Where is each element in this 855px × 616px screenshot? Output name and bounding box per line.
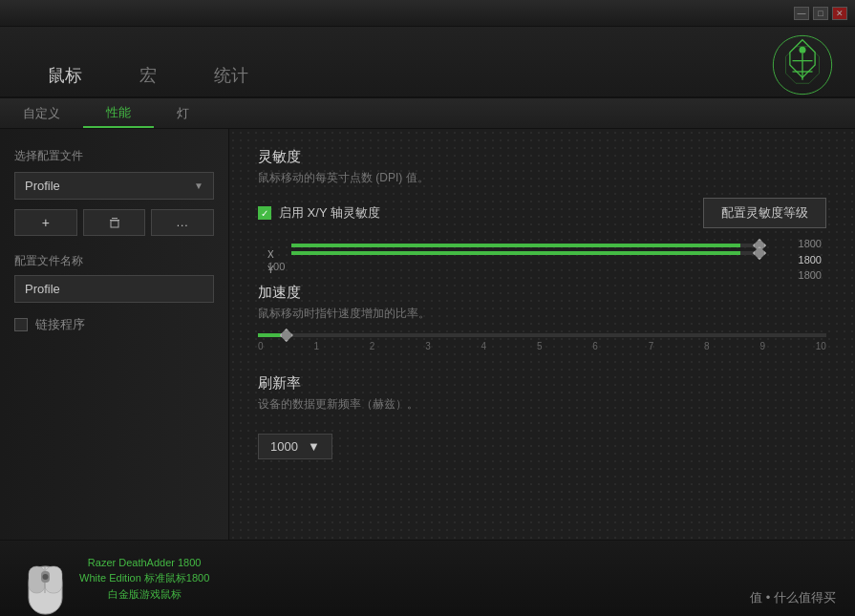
nav-tabs: 鼠标 宏 统计 <box>19 56 277 96</box>
profile-dropdown[interactable]: Profile ▼ <box>14 172 214 200</box>
maximize-button[interactable]: □ <box>813 7 828 20</box>
minimize-button[interactable]: — <box>794 7 809 20</box>
profile-name-label: 配置文件名称 <box>14 253 214 269</box>
y-sensitivity-track[interactable] <box>291 251 764 255</box>
checkbox-icon <box>14 318 28 331</box>
nav-tab-macro[interactable]: 宏 <box>111 56 185 96</box>
razer-logo <box>769 32 836 94</box>
link-program-label: 链接程序 <box>35 316 85 333</box>
tick-7: 7 <box>649 341 654 351</box>
mouse-info: Razer DeathAdder 1800 White Edition 标准鼠标… <box>79 555 209 603</box>
dpi-end-mid: 1800 <box>799 252 822 268</box>
dpi-start-value: 100 <box>267 261 285 272</box>
delete-profile-button[interactable] <box>83 209 146 236</box>
sub-tab-customize[interactable]: 自定义 <box>0 98 83 128</box>
profile-section-label: 选择配置文件 <box>14 148 214 164</box>
acceleration-title: 加速度 <box>258 284 826 302</box>
bottom-bar: Razer DeathAdder 1800 White Edition 标准鼠标… <box>0 540 855 616</box>
chevron-down-icon: ▼ <box>194 181 203 191</box>
title-bar: — □ ✕ <box>0 0 855 27</box>
add-profile-button[interactable]: + <box>14 209 77 236</box>
nav-tab-stats[interactable]: 统计 <box>185 56 277 96</box>
dpi-end-top: 1800 <box>799 236 822 252</box>
sub-nav: 自定义 性能 灯 <box>0 98 855 129</box>
tick-3: 3 <box>425 341 431 351</box>
refresh-rate-desc: 设备的数据更新频率（赫兹）。 <box>258 396 826 413</box>
refresh-rate-section: 刷新率 设备的数据更新频率（赫兹）。 1000 ▼ <box>258 374 826 459</box>
tick-4: 4 <box>481 341 487 351</box>
tick-6: 6 <box>592 341 598 351</box>
tick-5: 5 <box>537 341 543 351</box>
acceleration-ticks: 0 1 2 3 4 5 6 7 8 9 10 <box>258 341 826 351</box>
x-sensitivity-track[interactable] <box>291 244 764 247</box>
svg-point-12 <box>43 574 49 580</box>
watermark: 值 • 什么值得买 <box>750 589 836 606</box>
sensitivity-desc: 鼠标移动的每英寸点数 (DPI) 值。 <box>258 170 826 186</box>
config-sensitivity-button[interactable]: 配置灵敏度等级 <box>703 198 826 228</box>
enable-xy-checkbox[interactable]: ✓ <box>258 206 271 220</box>
acceleration-track[interactable] <box>258 333 826 337</box>
tick-2: 2 <box>370 341 375 351</box>
watermark-text: 值 • 什么值得买 <box>750 590 836 605</box>
mouse-image <box>19 552 72 605</box>
refresh-rate-value: 1000 <box>270 439 298 454</box>
nav-tab-mouse[interactable]: 鼠标 <box>19 56 111 96</box>
dpi-end-bot: 1800 <box>799 267 822 284</box>
tick-10: 10 <box>816 341 826 351</box>
mouse-model-name: Razer DeathAdder 1800 White Edition 标准鼠标… <box>79 555 209 603</box>
acceleration-section: 加速度 鼠标移动时指针速度增加的比率。 0 1 2 3 4 5 6 7 8 <box>258 284 826 351</box>
refresh-rate-dropdown[interactable]: 1000 ▼ <box>258 434 332 459</box>
enable-xy-label: 启用 X/Y 轴灵敏度 <box>279 204 380 222</box>
sub-tab-lights[interactable]: 灯 <box>154 98 212 128</box>
tick-8: 8 <box>704 341 710 351</box>
acceleration-desc: 鼠标移动时指针速度增加的比率。 <box>258 306 826 322</box>
window-controls: — □ ✕ <box>794 7 847 20</box>
refresh-rate-arrow-icon: ▼ <box>308 439 320 454</box>
close-button[interactable]: ✕ <box>832 7 847 20</box>
profile-dropdown-value: Profile <box>25 179 60 193</box>
tick-1: 1 <box>313 341 319 351</box>
right-content: 灵敏度 鼠标移动的每英寸点数 (DPI) 值。 ✓ 启用 X/Y 轴灵敏度 配置… <box>229 129 855 540</box>
sensitivity-section: 灵敏度 鼠标移动的每英寸点数 (DPI) 值。 ✓ 启用 X/Y 轴灵敏度 配置… <box>258 148 826 255</box>
main-nav: 鼠标 宏 统计 <box>0 27 855 98</box>
svg-rect-5 <box>112 218 118 219</box>
link-program-checkbox[interactable]: 链接程序 <box>14 316 214 333</box>
sensitivity-title: 灵敏度 <box>258 148 826 166</box>
profile-buttons: + ... <box>14 209 214 236</box>
svg-rect-6 <box>111 221 118 227</box>
svg-point-0 <box>800 47 806 53</box>
content-area: 选择配置文件 Profile ▼ + ... 配置文件名称 链接程序 灵敏度 鼠… <box>0 129 855 540</box>
sidebar: 选择配置文件 Profile ▼ + ... 配置文件名称 链接程序 <box>0 129 229 540</box>
tick-9: 9 <box>759 341 765 351</box>
profile-name-input[interactable] <box>14 275 214 303</box>
tick-0: 0 <box>258 341 264 351</box>
more-profile-button[interactable]: ... <box>151 209 214 236</box>
sub-tab-performance[interactable]: 性能 <box>83 98 154 128</box>
refresh-rate-title: 刷新率 <box>258 374 826 393</box>
sensitivity-checkbox-row: ✓ 启用 X/Y 轴灵敏度 配置灵敏度等级 <box>258 198 826 228</box>
